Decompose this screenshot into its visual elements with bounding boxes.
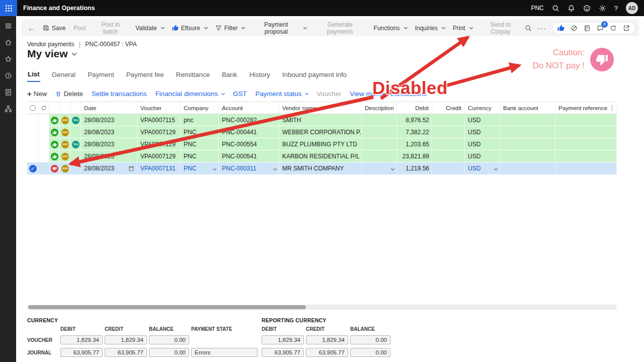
message-count-badge: 0 (601, 21, 608, 28)
tab-bank[interactable]: Bank (221, 69, 237, 82)
cell-description (362, 114, 397, 126)
filter-icon (215, 25, 222, 31)
thumbs-up-icon[interactable] (557, 25, 565, 32)
chevron-down-icon[interactable] (391, 166, 394, 170)
column-header-voucher[interactable]: Voucher (137, 102, 181, 114)
grid-toolbar: +NewDeleteSettle transactionsFinancial d… (27, 90, 427, 98)
grid-action-payment-status[interactable]: Payment status (256, 90, 308, 98)
column-header-bank-account[interactable]: Bank account (500, 102, 555, 114)
payment-row-2[interactable]: GOV28/08/2023VPA0007129PNCPNC-000441WEBB… (27, 126, 617, 138)
grid-column-options-icon[interactable]: ⋮ (609, 104, 615, 112)
column-header-vendor-name[interactable]: Vendor name (279, 102, 362, 114)
column-header-currency[interactable]: Currency (465, 102, 500, 114)
chevron-down-icon[interactable] (213, 166, 216, 170)
feedback-smiley-icon[interactable] (583, 5, 591, 12)
cmd-validate[interactable]: Validate (131, 20, 168, 36)
messages-icon[interactable]: 0 (597, 25, 604, 32)
cell-bank-account (500, 162, 555, 174)
payment-row-3[interactable]: GOVTAX28/08/2023VPA0007129PNCPNC-000554B… (27, 138, 617, 150)
chevron-down-icon[interactable] (494, 166, 498, 170)
cell-date: 28/08/2023 (81, 138, 137, 150)
cmd-functions[interactable]: Functions (370, 20, 411, 36)
cell-description (362, 150, 397, 162)
row-select-cell (27, 150, 38, 162)
cell-debit: 1,203.65 (397, 138, 432, 150)
cmd-filter[interactable]: Filter (211, 20, 249, 36)
navigation-hierarchy-icon[interactable] (2, 104, 14, 114)
cmd-save[interactable]: Save (39, 20, 69, 36)
cmd-generate-payments[interactable]: Generate payments (310, 20, 370, 36)
cmd-payment-proposal[interactable]: Payment proposal (249, 20, 310, 36)
cmd-print[interactable]: Print (449, 20, 476, 36)
column-header-account[interactable]: Account (219, 102, 279, 114)
cmd-inquiries[interactable]: Inquiries (411, 20, 449, 36)
grid-action-financial-dimensions[interactable]: Financial dimensions (155, 90, 224, 98)
refresh-icon[interactable] (610, 25, 617, 32)
grid-action-new[interactable]: +New (27, 90, 47, 98)
gov-cell: GOV (60, 126, 70, 138)
cmd-send-to-corpay[interactable]: Send to Corpay (476, 20, 525, 36)
calendar-icon[interactable] (128, 165, 134, 171)
cmd-post-in-batch[interactable]: Post in batch (90, 20, 131, 36)
user-avatar[interactable]: AD (626, 2, 638, 14)
company-picker[interactable]: PNC (531, 5, 543, 12)
column-header-debit[interactable]: Debit (397, 102, 432, 114)
journal-book-icon[interactable] (584, 25, 591, 32)
cell-date: 28/08/2023 (81, 150, 137, 162)
notifications-bell-icon[interactable] (568, 5, 575, 12)
payment-row-4[interactable]: GOV28/08/2023VPA0007129PNCPNC-000541KARB… (27, 150, 617, 162)
help-icon[interactable]: ? (614, 5, 618, 12)
column-header-date[interactable]: Date (81, 102, 137, 114)
overflow-ellipsis-icon[interactable]: ··· (538, 24, 546, 32)
column-header-description[interactable]: Description (362, 102, 397, 114)
column-header-company[interactable]: Company (181, 102, 219, 114)
grid-action-view-marked-transactions[interactable]: View marked transactions (350, 90, 426, 98)
clear-filter-icon[interactable] (571, 25, 578, 32)
row-checkbox-checked-icon[interactable]: ✓ (29, 165, 37, 172)
settings-gear-icon[interactable] (599, 5, 606, 12)
favorites-star-icon[interactable] (2, 54, 14, 64)
scrollbar-thumb[interactable] (28, 305, 306, 309)
back-button[interactable]: ← (24, 24, 39, 32)
cell-voucher: VPA0007129 (137, 126, 181, 138)
recent-clock-icon[interactable] (2, 70, 14, 80)
grid-action-delete[interactable]: Delete (55, 90, 83, 98)
tab-list[interactable]: List (27, 69, 40, 82)
plus-icon: + (27, 92, 32, 97)
tab-payment[interactable]: Payment (87, 69, 115, 82)
form-document-icon[interactable] (2, 87, 14, 97)
horizontal-scrollbar[interactable] (27, 305, 617, 310)
refresh-grid-icon[interactable] (38, 102, 49, 114)
home-icon[interactable] (2, 37, 14, 47)
cmd-post[interactable]: Post (69, 20, 90, 36)
cell-account: PNC-000541 (219, 150, 279, 162)
cell-bank-account (500, 126, 555, 138)
cmd-eftsure[interactable]: Eftsure (168, 20, 211, 36)
tab-general[interactable]: General (51, 69, 76, 82)
tab-payment-fee[interactable]: Payment fee (126, 69, 165, 82)
grid-action-voucher[interactable]: Voucher (316, 90, 341, 98)
payment-row-1[interactable]: GOVTAX28/08/2023VPA0007115pncPNC-000282S… (27, 114, 617, 126)
chevron-down-icon[interactable] (273, 166, 277, 170)
tab-remittance[interactable]: Remittance (176, 69, 210, 82)
breadcrumb-page[interactable]: Vendor payments (27, 41, 74, 48)
cell-company: PNC (181, 162, 219, 174)
select-all-checkbox[interactable] (27, 102, 38, 114)
app-launcher-waffle-icon[interactable] (0, 0, 17, 16)
cell-voucher: VPA0007129 (137, 138, 181, 150)
reporting-journal-credit: 63,905.77 (306, 348, 348, 357)
search-commands-icon[interactable] (525, 25, 532, 32)
chevron-down-icon (204, 26, 208, 29)
open-in-new-window-icon[interactable] (623, 25, 630, 32)
tab-history[interactable]: History (249, 69, 270, 82)
grid-action-gst[interactable]: GST (233, 90, 247, 98)
column-header-payment-reference[interactable]: Payment reference (555, 102, 617, 114)
payment-row-5[interactable]: ✓GOV28/08/2023VPA0007131PNCPNC-000311MR … (27, 162, 617, 174)
grid-action-settle-transactions[interactable]: Settle transactions (92, 90, 147, 98)
expand-menu-icon[interactable] (2, 21, 14, 31)
cell-currency: USD (465, 150, 500, 162)
column-header-credit[interactable]: Credit (432, 102, 465, 114)
search-icon[interactable] (552, 5, 559, 12)
page-title-view-selector[interactable]: My view (27, 48, 76, 60)
tab-inbound-payment-info[interactable]: Inbound payment info (282, 69, 347, 82)
